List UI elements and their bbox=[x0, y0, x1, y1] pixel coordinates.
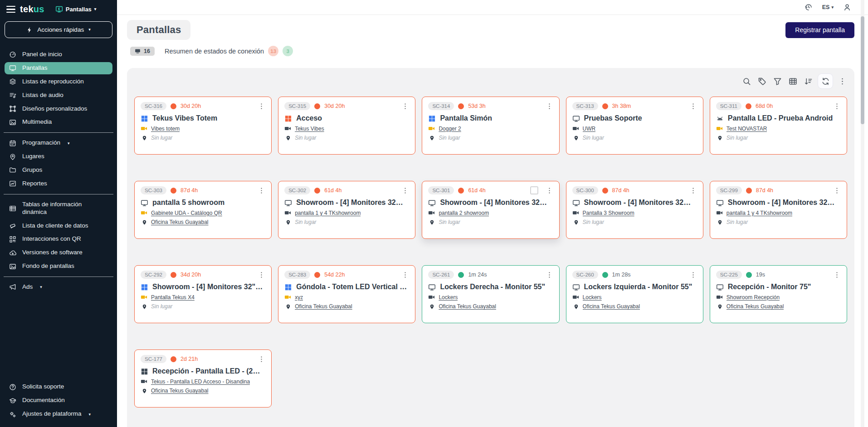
card-menu-button[interactable] bbox=[689, 187, 697, 194]
location-row: Sin lugar bbox=[284, 135, 409, 141]
folder-icon bbox=[9, 166, 16, 174]
playlist-link[interactable]: xyz bbox=[295, 294, 303, 301]
scrollbar-thumb[interactable] bbox=[861, 16, 864, 124]
screen-card[interactable]: SC-22519sRecepción - Monitor 75"Showroom… bbox=[710, 265, 847, 323]
card-menu-button[interactable] bbox=[546, 102, 553, 110]
sidebar-item-lugares[interactable]: Lugares bbox=[5, 150, 112, 163]
location-link[interactable]: Oficina Tekus Guayabal bbox=[151, 388, 209, 394]
table-icon bbox=[9, 205, 16, 212]
sidebar-item-programaci-n[interactable]: Programación▾ bbox=[5, 137, 112, 149]
sidebar-item-reportes[interactable]: Reportes bbox=[5, 178, 112, 190]
location-link[interactable]: Oficina Tekus Guayabal bbox=[295, 303, 352, 310]
playlist-link[interactable]: Gabinete UDA - Catálogo QR bbox=[151, 210, 222, 216]
playlist-link[interactable]: Test NOVASTAR bbox=[727, 126, 767, 132]
sidebar-item-documentaci-n[interactable]: Documentación bbox=[5, 394, 112, 407]
playlist-link[interactable]: Vibes totem bbox=[151, 126, 180, 132]
sidebar-item-lista-de-cliente-de-datos[interactable]: Lista de cliente de datos bbox=[5, 220, 112, 232]
card-menu-button[interactable] bbox=[401, 102, 409, 110]
register-screen-button[interactable]: Registrar pantalla bbox=[785, 22, 854, 38]
screen-card[interactable]: SC-1772d 21hRecepción - Pantalla LED - (… bbox=[134, 349, 272, 408]
tag-button[interactable] bbox=[756, 75, 768, 87]
context-switcher[interactable]: Pantallas ▾ bbox=[55, 5, 97, 13]
card-menu-button[interactable] bbox=[833, 187, 841, 194]
sidebar-item-listas-de-audio[interactable]: Listas de audio bbox=[5, 89, 112, 102]
sidebar-item-panel-de-inicio[interactable]: Panel de inicio bbox=[5, 49, 112, 61]
playlist-link[interactable]: pantalla 1 y 4 TKshowroom bbox=[727, 210, 792, 216]
screen-card[interactable]: SC-30387d 4hpantalla 5 showroomGabinete … bbox=[134, 181, 272, 239]
refresh-button[interactable] bbox=[818, 73, 833, 89]
monitor-icon bbox=[141, 199, 148, 207]
card-menu-button[interactable] bbox=[689, 271, 697, 279]
sidebar-item-versiones-de-software[interactable]: Versiones de software bbox=[5, 247, 112, 259]
sort-button[interactable] bbox=[802, 75, 814, 87]
playlist-link[interactable]: pantalla 2 showroom bbox=[439, 210, 489, 216]
card-menu-button[interactable] bbox=[401, 271, 409, 279]
table-view-button[interactable] bbox=[787, 75, 799, 87]
sidebar-item-fondo-de-pantallas[interactable]: Fondo de pantallas bbox=[5, 260, 112, 272]
card-menu-button[interactable] bbox=[258, 271, 265, 279]
screen-card[interactable]: SC-29234d 20hShowroom - [4] Monitores 32… bbox=[134, 265, 272, 323]
sidebar-item-solicita-soporte[interactable]: Solicita soporte bbox=[5, 381, 112, 393]
playlist-link[interactable]: UWR bbox=[583, 126, 596, 132]
card-menu-button[interactable] bbox=[258, 187, 265, 194]
card-menu-button[interactable] bbox=[833, 271, 841, 279]
filter-button[interactable] bbox=[771, 75, 784, 87]
screen-card[interactable]: SC-31168d 0hPantalla LED - Prueba Androi… bbox=[710, 97, 847, 155]
card-header: SC-3133h 38m bbox=[572, 102, 697, 110]
screen-card[interactable]: SC-31630d 20hTekus Vibes TotemVibes tote… bbox=[134, 97, 272, 155]
playlist-link[interactable]: Tekus Vibes bbox=[295, 126, 324, 132]
language-select[interactable]: ES ▾ bbox=[822, 4, 834, 10]
playlist-link[interactable]: Showroom Recepción bbox=[727, 294, 780, 301]
screen-card[interactable]: SC-30261d 4hShowroom - [4] Monitores 32…… bbox=[278, 181, 415, 239]
card-select-checkbox[interactable] bbox=[530, 186, 538, 194]
sidebar-item-grupos[interactable]: Grupos bbox=[5, 164, 112, 176]
screen-card[interactable]: SC-29987d 4hShowroom - [4] Monitores 32…… bbox=[710, 181, 847, 239]
quick-actions-button[interactable]: Acciones rápidas ▾ bbox=[5, 21, 112, 38]
sidebar-item-listas-de-reproducci-n[interactable]: Listas de reproducción bbox=[5, 76, 112, 88]
location-link[interactable]: Oficina Tekus Guayabal bbox=[583, 303, 640, 310]
sidebar-item-interacciones-con-qr[interactable]: Interacciones con QR bbox=[5, 233, 112, 245]
screen-card[interactable]: SC-30161d 4hShowroom - [4] Monitores 32…… bbox=[422, 181, 559, 239]
playlist-link[interactable]: Tekus - Pantalla LED Acceso - Disandina bbox=[151, 378, 250, 385]
card-menu-button[interactable] bbox=[401, 187, 409, 194]
location-link[interactable]: Oficina Tekus Guayabal bbox=[439, 303, 496, 310]
screen-id-badge: SC-302 bbox=[284, 186, 310, 194]
screen-card[interactable]: SC-2601m 28sLockers Izquierda - Monitor … bbox=[566, 265, 703, 323]
profile-icon[interactable] bbox=[843, 3, 851, 11]
playlist-link[interactable]: pantalla 1 y 4 TKshowroom bbox=[295, 210, 361, 216]
scrollbar[interactable] bbox=[861, 0, 864, 427]
card-menu-button[interactable] bbox=[258, 102, 265, 110]
card-menu-button[interactable] bbox=[689, 102, 697, 110]
playlist-link[interactable]: Dogger 2 bbox=[439, 126, 461, 132]
menu-toggle-button[interactable] bbox=[6, 6, 15, 13]
card-title-row: Showroom - [4] Monitores 32"… bbox=[141, 283, 265, 291]
card-menu-button[interactable] bbox=[258, 355, 265, 363]
status-dot bbox=[602, 188, 608, 194]
card-menu-button[interactable] bbox=[546, 187, 553, 194]
sidebar-item-dise-os-personalizados[interactable]: Diseños personalizados bbox=[5, 103, 112, 115]
playlist-row: Lockers bbox=[428, 294, 553, 301]
location-link[interactable]: Oficina Tekus Guayabal bbox=[151, 219, 209, 225]
screen-card[interactable]: SC-2611m 24sLockers Derecha - Monitor 55… bbox=[422, 265, 559, 323]
playlist-link[interactable]: Lockers bbox=[583, 294, 602, 301]
sidebar-item-ajustes-de-plataforma[interactable]: Ajustes de plataforma▾ bbox=[5, 408, 112, 420]
screen-card[interactable]: SC-31453d 3hPantalla SimónDogger 2Sin lu… bbox=[422, 97, 559, 155]
card-menu-button[interactable] bbox=[546, 271, 553, 279]
search-button[interactable] bbox=[741, 75, 753, 87]
sidebar-item-ads[interactable]: Ads▾ bbox=[5, 281, 112, 293]
screen-card[interactable]: SC-3133h 38mPruebas SoporteUWRSin lugar bbox=[566, 97, 703, 155]
playlist-link[interactable]: Lockers bbox=[439, 294, 458, 301]
screen-card[interactable]: SC-28354d 22hGóndola - Totem LED Vertica… bbox=[278, 265, 415, 323]
location-link[interactable]: Oficina Tekus Guayabal bbox=[727, 303, 784, 310]
screen-card[interactable]: SC-31530d 20hAccesoTekus VibesSin lugar bbox=[278, 97, 415, 155]
sidebar-item-multimedia[interactable]: Multimedia bbox=[5, 116, 112, 128]
sidebar-item-pantallas[interactable]: Pantallas bbox=[5, 62, 112, 74]
playlist-link[interactable]: Pantalla Tekus X4 bbox=[151, 294, 195, 301]
card-menu-button[interactable] bbox=[833, 102, 841, 110]
screen-card[interactable]: SC-30087d 4hShowroom - [4] Monitores 32…… bbox=[566, 181, 703, 239]
more-button[interactable] bbox=[836, 75, 848, 87]
card-header: SC-29987d 4h bbox=[716, 186, 841, 194]
playlist-link[interactable]: Pantalla 3 Showroom bbox=[583, 210, 634, 216]
history-icon[interactable] bbox=[805, 3, 813, 11]
sidebar-item-tablas-de-informaci-n-din-mica[interactable]: Tablas de información dinámica bbox=[5, 199, 112, 218]
